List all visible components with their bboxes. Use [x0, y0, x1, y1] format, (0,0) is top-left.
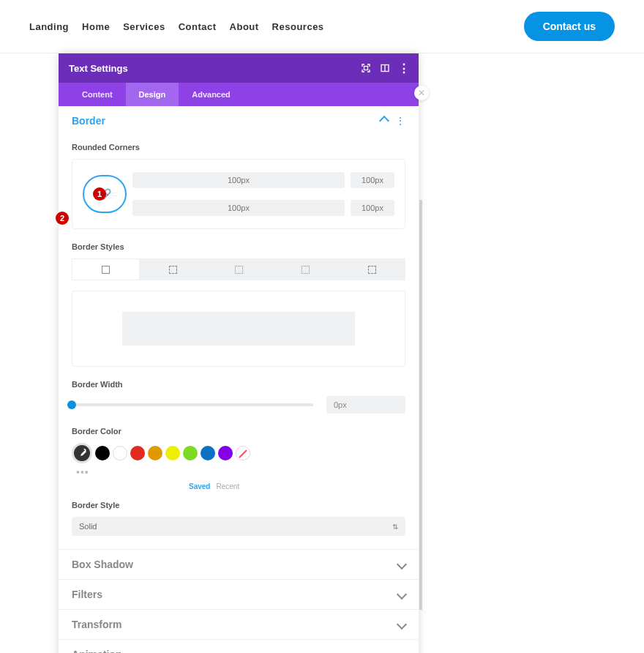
corner-bottom-right-input[interactable]: 100px: [351, 200, 394, 216]
border-color-label: Border Color: [72, 427, 405, 436]
chevron-down-icon: [397, 559, 407, 570]
border-side-top[interactable]: [140, 258, 206, 280]
border-style-label: Border Style: [72, 501, 405, 510]
tab-design[interactable]: Design: [126, 83, 179, 106]
border-side-picker: [72, 258, 405, 280]
color-swatch[interactable]: [201, 446, 215, 460]
corner-top-right-input[interactable]: 100px: [351, 172, 394, 188]
nav-link[interactable]: Landing: [29, 21, 69, 32]
border-side-bottom[interactable]: [272, 258, 339, 280]
chevron-down-icon: [397, 649, 407, 653]
nav-link[interactable]: Home: [82, 21, 110, 32]
section-title: Filters: [72, 589, 102, 600]
contact-button[interactable]: Contact us: [524, 12, 615, 41]
kebab-icon[interactable]: ⋮: [395, 117, 405, 124]
select-caret-icon: ⇅: [392, 523, 398, 531]
transform-section: Transform: [59, 610, 419, 640]
color-swatch[interactable]: [95, 446, 110, 460]
annotation-badge-1: 1: [93, 187, 106, 201]
svg-rect-0: [364, 67, 368, 70]
tab-content[interactable]: Content: [69, 83, 126, 106]
animation-section: Animation: [59, 640, 419, 653]
border-width-label: Border Width: [72, 380, 405, 389]
nav-link[interactable]: Contact: [179, 21, 217, 32]
border-section-header[interactable]: Border ⋮: [59, 106, 419, 135]
border-preview: [72, 291, 405, 367]
border-side-left[interactable]: [339, 258, 405, 280]
transform-header[interactable]: Transform: [59, 610, 419, 639]
filters-section: Filters: [59, 580, 419, 610]
section-title: Border: [72, 115, 105, 127]
border-style-select[interactable]: Solid ⇅: [72, 517, 405, 536]
box-shadow-section: Box Shadow: [59, 550, 419, 580]
top-bar: Landing Home Services Contact About Reso…: [0, 0, 644, 53]
border-styles-label: Border Styles: [72, 242, 405, 251]
corner-preview[interactable]: 1 🔗: [83, 175, 127, 213]
color-swatch[interactable]: [165, 446, 180, 460]
chevron-down-icon: [397, 619, 407, 630]
columns-icon[interactable]: [381, 64, 389, 72]
filters-header[interactable]: Filters: [59, 580, 419, 609]
border-width-slider[interactable]: [72, 403, 313, 406]
more-colors-icon[interactable]: •••: [72, 466, 405, 478]
color-swatch[interactable]: [130, 446, 145, 460]
color-picker-swatch[interactable]: [72, 443, 92, 463]
color-swatch[interactable]: [183, 446, 198, 460]
border-side-all[interactable]: [72, 258, 140, 280]
border-side-right[interactable]: [206, 258, 273, 280]
panel-title: Text Settings: [69, 63, 128, 74]
tab-bar: Content Design Advanced: [59, 83, 419, 106]
panel-header[interactable]: Text Settings ⋮: [59, 53, 419, 83]
expand-icon[interactable]: [362, 64, 370, 72]
close-icon[interactable]: ✕: [414, 86, 429, 100]
corner-bottom-left-input[interactable]: 100px: [132, 200, 345, 216]
border-width-input[interactable]: 0px: [326, 396, 405, 414]
recent-colors-label[interactable]: Recent: [216, 482, 239, 490]
animation-header[interactable]: Animation: [59, 640, 419, 653]
main-nav: Landing Home Services Contact About Reso…: [29, 21, 324, 32]
border-preview-inner: [122, 312, 355, 346]
annotation-badge-2: 2: [56, 212, 69, 225]
color-swatch[interactable]: [218, 446, 233, 460]
kebab-icon[interactable]: ⋮: [400, 64, 408, 72]
color-swatch-none[interactable]: [236, 446, 250, 460]
section-title: Box Shadow: [72, 559, 133, 570]
scroll-shadow: [419, 200, 422, 610]
nav-link[interactable]: Services: [123, 21, 165, 32]
color-swatch[interactable]: [113, 446, 127, 460]
chevron-up-icon: [379, 116, 389, 126]
corner-top-left-input[interactable]: 100px: [132, 172, 345, 188]
tab-advanced[interactable]: Advanced: [179, 83, 244, 106]
section-title: Transform: [72, 619, 121, 630]
slider-thumb[interactable]: [67, 400, 76, 409]
saved-colors-label[interactable]: Saved: [189, 482, 210, 490]
rounded-corners-label: Rounded Corners: [72, 143, 405, 152]
color-swatches: [72, 443, 405, 463]
nav-link[interactable]: About: [230, 21, 259, 32]
settings-panel: Text Settings ⋮ Content Design Advanced …: [59, 53, 419, 653]
box-shadow-header[interactable]: Box Shadow: [59, 550, 419, 579]
nav-link[interactable]: Resources: [272, 21, 324, 32]
color-swatch[interactable]: [148, 446, 162, 460]
section-title: Animation: [72, 649, 121, 653]
rounded-corners-control: 2 100px 1 🔗 100px 100px 100px: [72, 159, 405, 229]
chevron-down-icon: [397, 589, 407, 600]
border-section: Border ⋮ Rounded Corners 2 100px 1 🔗 100…: [59, 106, 419, 550]
